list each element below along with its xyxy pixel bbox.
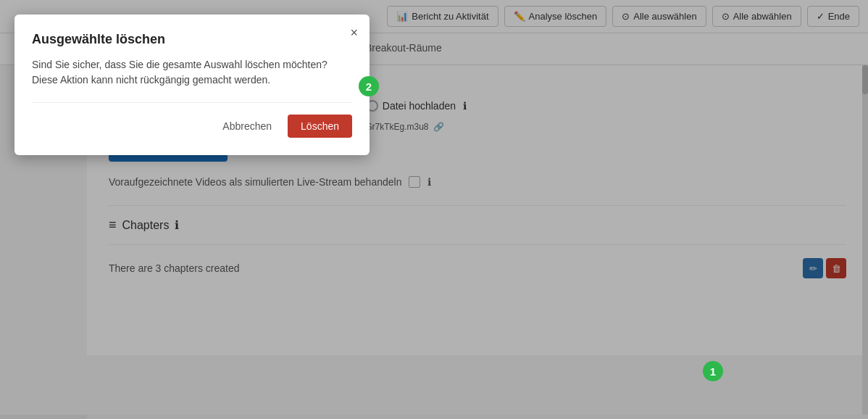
modal-title: Ausgewählte löschen <box>32 32 352 47</box>
modal-overlay: Ausgewählte löschen × Sind Sie sicher, d… <box>0 0 868 419</box>
confirm-delete-modal: Ausgewählte löschen × Sind Sie sicher, d… <box>14 14 370 155</box>
modal-body-line2: Diese Aktion kann nicht rückgängig gemac… <box>32 72 352 88</box>
modal-footer: Abbrechen Löschen <box>32 115 352 138</box>
modal-divider <box>32 102 352 103</box>
close-icon: × <box>350 25 358 40</box>
confirm-delete-button[interactable]: Löschen <box>288 115 352 138</box>
modal-body-line1: Sind Sie sicher, dass Sie die gesamte Au… <box>32 57 352 72</box>
modal-close-button[interactable]: × <box>350 26 358 39</box>
badge-1: 1 <box>703 361 723 381</box>
modal-body: Sind Sie sicher, dass Sie die gesamte Au… <box>32 57 352 88</box>
badge-2: 2 <box>359 76 379 96</box>
cancel-button[interactable]: Abbrechen <box>214 115 280 138</box>
